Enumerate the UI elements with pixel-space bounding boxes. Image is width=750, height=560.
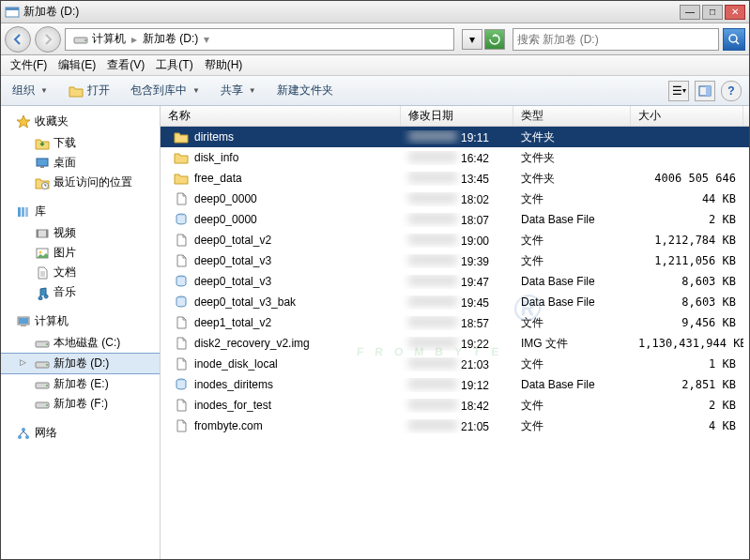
file-row[interactable]: free_data13:45文件夹4006 505 646 [161,168,749,189]
include-library-button[interactable]: 包含到库中▼ [127,81,204,100]
sidebar-item-video[interactable]: 视频 [1,223,160,243]
sidebar-favorites-head[interactable]: 收藏夹 [1,112,160,133]
svg-point-27 [46,385,48,386]
file-row[interactable]: deep0_total_v219:00文件1,212,784 KB [161,230,749,250]
menu-edit[interactable]: 编辑(E) [53,55,101,75]
minimize-button[interactable]: — [680,5,700,20]
file-type: 文件 [513,356,631,372]
drive-icon [71,32,86,47]
sidebar-network-head[interactable]: 网络 [1,423,160,445]
menu-help[interactable]: 帮助(H) [199,55,249,75]
file-size: 1,212,784 KB [631,234,743,247]
menu-view[interactable]: 查看(V) [101,55,150,75]
file-type: IMG 文件 [513,336,631,352]
sidebar-item-desktop[interactable]: 桌面 [1,153,160,173]
col-date[interactable]: 修改日期 [401,106,513,126]
svg-rect-15 [37,230,38,237]
breadcrumb-root[interactable]: 计算机 [90,31,128,47]
search-box[interactable] [513,28,719,51]
drive-icon [35,336,50,351]
organize-button[interactable]: 组织▼ [8,81,52,100]
file-row[interactable]: deep0_total_v319:47Data Base File8,603 K… [161,271,749,292]
date-blurred [408,254,457,265]
search-button[interactable] [723,28,745,51]
svg-point-25 [46,364,48,366]
menu-file[interactable]: 文件(F) [5,55,53,75]
file-type: 文件 [513,253,631,269]
file-row[interactable]: deep1_total_v218:57文件9,456 KB [161,312,749,333]
file-row[interactable]: deep0_000018:02文件44 KB [161,189,749,209]
file-row[interactable]: frombyte.com21:05文件4 KB [161,416,749,436]
file-time: 21:05 [461,420,489,433]
file-row[interactable]: inode_disk_local21:03文件1 KB [161,354,749,374]
svg-rect-13 [25,207,28,217]
library-icon [16,204,31,219]
network-icon [16,426,31,441]
close-button[interactable]: ✕ [725,5,745,20]
file-icon [174,233,189,248]
sidebar-item-drive-e[interactable]: 新加卷 (E:) [1,374,160,394]
svg-point-18 [39,250,42,253]
sidebar-item-drive-c[interactable]: 本地磁盘 (C:) [1,333,160,353]
history-dropdown-button[interactable]: ▾ [462,29,482,50]
address-bar[interactable]: 计算机 ▸ 新加卷 (D:) ▾ [65,28,454,51]
breadcrumb-current[interactable]: 新加卷 (D:) [141,31,200,47]
sidebar-item-drive-d[interactable]: ▷新加卷 (D:) [1,353,160,374]
file-row[interactable]: inodes_for_test18:42文件2 KB [161,395,749,416]
file-type: 文件 [513,191,631,207]
file-row[interactable]: deep0_total_v3_bak19:45Data Base File8,6… [161,292,749,312]
date-blurred [408,234,457,245]
sidebar-item-documents[interactable]: 文档 [1,263,160,282]
file-row[interactable]: inodes_diritems19:12Data Base File2,851 … [161,374,749,395]
svg-rect-9 [40,166,44,168]
date-blurred [408,337,457,348]
file-type: Data Base File [513,213,631,226]
sidebar-item-recent[interactable]: 最近访问的位置 [1,173,160,192]
file-time: 19:00 [461,235,489,248]
file-size: 4 KB [631,419,743,432]
menu-tools[interactable]: 工具(T) [150,55,198,75]
date-blurred [408,399,457,410]
file-row[interactable]: disk_info16:42文件夹 [161,147,749,168]
breadcrumb-dropdown[interactable]: ▾ [200,33,213,46]
sidebar-item-music[interactable]: 音乐 [1,282,160,302]
back-button[interactable] [5,26,31,53]
file-name: deep1_total_v2 [194,316,271,329]
db-icon [174,377,189,392]
view-options-button[interactable]: ☰▾ [668,81,689,101]
file-row[interactable]: disk2_recovery_v2.img19:22IMG 文件1,130,43… [161,333,749,354]
date-blurred [408,316,457,327]
sidebar-item-downloads[interactable]: 下载 [1,133,160,153]
maximize-button[interactable]: □ [702,5,723,20]
file-name: deep0_total_v3 [194,275,271,288]
new-folder-button[interactable]: 新建文件夹 [273,81,337,100]
file-list[interactable]: diritems19:11文件夹disk_info16:42文件夹free_da… [161,127,749,559]
col-type[interactable]: 类型 [513,106,631,126]
file-name: frombyte.com [194,419,263,432]
preview-pane-button[interactable] [695,81,715,101]
open-button[interactable]: 打开 [65,81,114,100]
col-name[interactable]: 名称 [161,106,401,126]
col-size[interactable]: 大小 [631,106,743,126]
file-row[interactable]: deep0_000018:07Data Base File2 KB [161,209,749,230]
refresh-button[interactable] [484,29,505,50]
file-row[interactable]: deep0_total_v319:39文件1,211,056 KB [161,250,749,271]
expand-arrow-icon[interactable]: ▷ [20,357,26,367]
sidebar-libraries-head[interactable]: 库 [1,202,160,223]
sidebar-item-drive-f[interactable]: 新加卷 (F:) [1,394,160,414]
file-row[interactable]: diritems19:11文件夹 [161,127,749,147]
forward-button[interactable] [35,26,61,53]
search-input[interactable] [517,33,714,46]
svg-point-31 [18,435,22,439]
breadcrumb-sep: ▸ [128,33,141,46]
help-button[interactable]: ? [721,81,742,101]
window-icon [5,5,20,20]
sidebar-item-pictures[interactable]: 图片 [1,243,160,263]
sidebar-computer-head[interactable]: 计算机 [1,311,160,333]
video-icon [35,226,50,241]
file-name: inode_disk_local [194,357,278,371]
file-time: 19:45 [461,296,489,310]
svg-point-23 [46,343,48,345]
share-button[interactable]: 共享▼ [217,81,260,100]
db-icon [174,274,189,289]
